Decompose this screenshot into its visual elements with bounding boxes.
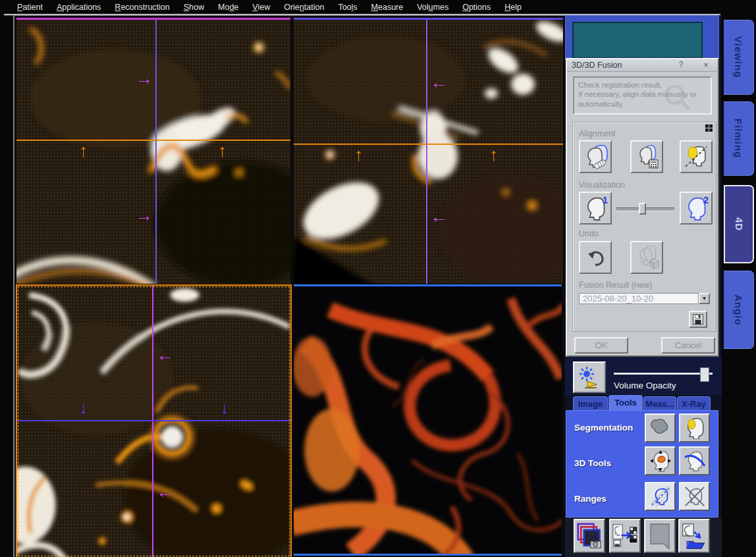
volume-opacity-bar: Volume Opacity (565, 357, 722, 395)
segmentation-region-button[interactable] (645, 413, 676, 442)
menu-reconstruction[interactable]: Reconstruction (115, 3, 169, 12)
page-placeholder-button[interactable] (644, 519, 676, 553)
bottom-action-bar (565, 517, 722, 557)
menu-options[interactable]: Options (462, 3, 491, 12)
crosshair-vertical-bl[interactable] (152, 286, 153, 557)
crosshair-vertical-tr[interactable] (426, 20, 427, 284)
menu-volumes[interactable]: Volumes (417, 3, 448, 12)
visualization-volume2-button[interactable]: 2 (680, 192, 713, 225)
cancel-button[interactable]: Cancel (661, 337, 715, 354)
side-tab-viewing[interactable]: Viewing (724, 20, 754, 95)
side-tab-filming[interactable]: Filming (724, 101, 754, 176)
export-to-folder-icon (681, 522, 707, 550)
menu-orientation[interactable]: Orientation (284, 3, 324, 12)
side-tab-angio[interactable]: Angio (724, 271, 754, 349)
segmentation-region-icon (649, 417, 672, 438)
menu-measure[interactable]: Measure (371, 3, 404, 12)
fusion-result-dropdown[interactable]: 2025-08-20_10-20 (579, 293, 699, 304)
cut-line-button[interactable] (679, 446, 710, 475)
save-image-to-film-button[interactable] (609, 519, 641, 553)
copy-to-film-button[interactable] (574, 519, 605, 553)
align-landmark-button[interactable] (680, 140, 713, 173)
align-arrow-up-1[interactable]: ↑ (79, 142, 88, 160)
fusion-group-box: Alignment (572, 122, 716, 332)
save-image-grid-icon (612, 522, 638, 550)
menu-help[interactable]: Help (504, 3, 522, 12)
viewport-mpr-top-left[interactable]: → → ↑ ↑ (16, 18, 290, 284)
fusion-result-label: Fusion Result (new) (579, 280, 652, 290)
clear-ranges-icon (684, 485, 706, 508)
crosshair-horizontal-tl[interactable] (16, 140, 290, 141)
clear-ranges-button[interactable] (679, 482, 710, 511)
viewport-3d-vrt[interactable] (294, 284, 562, 556)
align-landmark-icon (683, 144, 709, 169)
dropdown-arrow-icon[interactable]: ▼ (699, 293, 710, 304)
align-arrow-down-2[interactable]: ↓ (220, 399, 229, 417)
undo-button[interactable] (579, 241, 612, 274)
close-icon[interactable]: × (701, 60, 711, 70)
export-to-folder-button[interactable] (678, 519, 710, 553)
info-watermark-icon (662, 83, 692, 113)
align-arrow-up-3[interactable]: ↑ (354, 146, 364, 164)
dialog-titlebar[interactable]: 3D/3D Fusion ? × (567, 59, 718, 72)
undo-fusion-icon (634, 245, 660, 270)
help-icon[interactable]: ? (676, 60, 686, 69)
crosshair-vertical-tl[interactable] (155, 20, 157, 284)
menu-view[interactable]: View (252, 3, 270, 12)
undo-fusion-button[interactable] (630, 241, 663, 274)
task-card-panel: 3D/3D Fusion ? × Check registration resu… (565, 15, 722, 557)
ct-image-top-right (294, 20, 563, 284)
undo-icon (584, 248, 607, 267)
align-arrow-right-1[interactable]: → (135, 70, 153, 88)
align-arrow-up-2[interactable]: ↑ (218, 142, 227, 160)
segmentation-head-button[interactable] (679, 413, 710, 442)
align-arrow-down-1[interactable]: ↓ (79, 399, 88, 417)
page-placeholder-icon (648, 523, 672, 549)
tab-image[interactable]: Image (573, 396, 608, 411)
cut-line-icon (684, 450, 706, 472)
crosshair-horizontal-bl[interactable] (17, 420, 290, 421)
menu-tools[interactable]: Tools (338, 3, 357, 12)
patient-banner (565, 15, 719, 60)
parallel-ranges-button[interactable] (645, 482, 676, 511)
alignment-label: Alignment (579, 129, 616, 138)
opacity-slider-track[interactable] (614, 373, 713, 375)
pan-rotate-3d-button[interactable] (645, 446, 676, 475)
volume-opacity-button[interactable] (573, 361, 606, 393)
ct-image-top-left (16, 20, 290, 284)
opacity-slider-handle[interactable] (700, 367, 709, 382)
tool-tab-bar: Image Tools Meas... X-Ray (565, 395, 722, 411)
visualization-volume1-button[interactable]: 1 (579, 192, 612, 225)
tab-meas[interactable]: Meas... (643, 396, 676, 411)
menu-mode[interactable]: Mode (218, 3, 238, 12)
3d-tools-label: 3D Tools (574, 458, 611, 468)
menu-show[interactable]: Show (184, 3, 204, 12)
align-arrow-up-4[interactable]: ↑ (489, 146, 499, 164)
menu-applications[interactable]: Applications (57, 3, 101, 12)
fusion-dialog: 3D/3D Fusion ? × Check registration resu… (566, 58, 719, 357)
undo-label: Undo (579, 229, 599, 238)
align-arrow-left-1[interactable]: ← (430, 74, 448, 92)
align-arrow-right-2[interactable]: → (135, 207, 153, 225)
viewport-mpr-top-right[interactable]: ← ← ↑ ↑ (294, 18, 563, 284)
vrt-image (294, 286, 562, 554)
tab-xray[interactable]: X-Ray (677, 396, 711, 411)
crosshair-horizontal-tr[interactable] (294, 144, 563, 145)
ok-button[interactable]: OK (574, 337, 628, 354)
align-arrow-left-4[interactable]: ← (156, 483, 174, 501)
align-automatic-button[interactable] (630, 140, 663, 173)
volume1-number: 1 (603, 194, 608, 205)
save-fusion-button[interactable] (689, 311, 707, 328)
tab-tools[interactable]: Tools (608, 395, 643, 411)
visualization-label: Visualization (579, 180, 625, 190)
volume2-number: 2 (703, 194, 709, 205)
menu-patient[interactable]: Patient (17, 3, 43, 12)
viewport-mpr-bottom-left-active[interactable]: ← ← ↓ ↓ (16, 284, 292, 557)
ranges-label: Ranges (574, 494, 607, 504)
align-arrow-left-2[interactable]: ← (430, 208, 448, 226)
align-arrow-left-3[interactable]: ← (156, 346, 174, 364)
grid-layout-icon[interactable] (705, 124, 713, 132)
side-tab-4d[interactable]: 4D (724, 185, 754, 263)
blend-slider-handle[interactable] (639, 203, 646, 215)
align-manual-button[interactable] (579, 140, 612, 173)
